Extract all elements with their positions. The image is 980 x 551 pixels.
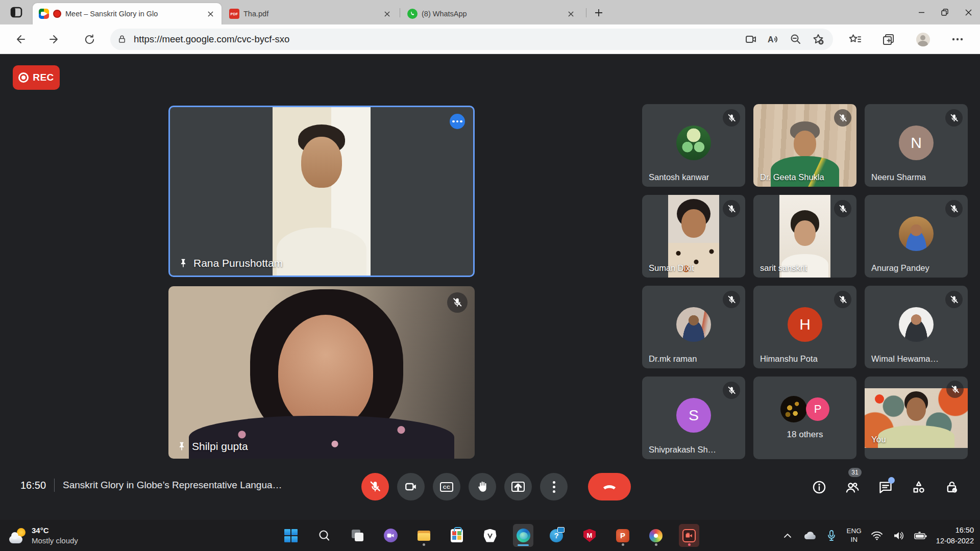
participant-grid: Santosh kanwar Dr. Geeta Shukla N Neeru … xyxy=(642,104,968,459)
tile-dr-mk-raman[interactable]: Dr.mk raman xyxy=(642,286,745,368)
video-feed xyxy=(273,107,371,276)
tab-title: Tha.pdf xyxy=(243,10,378,18)
close-tab-icon[interactable] xyxy=(382,9,392,19)
captions-button[interactable]: CC xyxy=(433,473,460,500)
raise-hand-button[interactable] xyxy=(469,473,496,500)
tray-chevron-icon[interactable] xyxy=(781,525,794,546)
onedrive-icon[interactable] xyxy=(803,525,816,546)
address-bar[interactable]: https://meet.google.com/cvc-bycf-sxo A xyxy=(110,29,833,50)
browser-toolbar: https://meet.google.com/cvc-bycf-sxo A xyxy=(0,24,980,54)
present-button[interactable] xyxy=(504,473,532,500)
back-button[interactable] xyxy=(11,31,29,47)
mic-toggle-button[interactable] xyxy=(361,473,389,500)
url-text[interactable]: https://meet.google.com/cvc-bycf-sxo xyxy=(134,34,736,45)
participants-button[interactable]: 31 xyxy=(845,480,860,494)
meeting-details-button[interactable] xyxy=(812,480,826,494)
tile-you[interactable]: You xyxy=(865,377,968,459)
whatsapp-favicon xyxy=(407,9,418,19)
battery-icon[interactable] xyxy=(914,525,927,546)
pdf-favicon: PDF xyxy=(229,9,239,19)
task-view-button[interactable] xyxy=(347,524,368,547)
photos-app-icon[interactable] xyxy=(646,524,666,547)
tile-shivprakash[interactable]: S Shivprakash Sh… xyxy=(642,377,745,459)
tile-others[interactable]: P 18 others xyxy=(753,377,856,459)
more-options-button[interactable] xyxy=(540,473,568,500)
chat-app-icon[interactable] xyxy=(380,524,401,547)
tab-title: (8) WhatsApp xyxy=(422,10,561,18)
microsoft-store-icon[interactable] xyxy=(447,524,467,547)
mic-off-icon xyxy=(834,109,851,127)
tile-sarit-sanskrit[interactable]: sarit sanskrit xyxy=(753,195,856,278)
favorites-icon[interactable] xyxy=(846,32,863,47)
svg-text:A: A xyxy=(768,35,774,44)
tile-neeru-sharma[interactable]: N Neeru Sharma xyxy=(865,104,968,187)
edge-browser-icon[interactable] xyxy=(513,524,533,547)
read-aloud-icon[interactable]: A xyxy=(766,32,781,47)
microphone-active-icon[interactable] xyxy=(825,525,838,546)
app-icon-white[interactable] xyxy=(480,524,500,547)
tile-geeta-shukla[interactable]: Dr. Geeta Shukla xyxy=(753,104,856,187)
tile-options-button[interactable] xyxy=(450,114,465,129)
start-button[interactable] xyxy=(281,524,301,547)
video-tile-rana[interactable]: Rana Purushottam xyxy=(168,106,475,277)
avatar xyxy=(899,307,934,342)
mic-off-icon xyxy=(447,292,468,313)
language-indicator[interactable]: ENG IN xyxy=(847,527,862,544)
tab-media-icon[interactable] xyxy=(743,32,758,47)
meeting-info: 16:50 Sanskrit Glory in Globe’s Represen… xyxy=(20,479,282,492)
add-favorite-icon[interactable] xyxy=(811,32,826,47)
lock-icon[interactable] xyxy=(117,34,127,44)
powerpoint-icon[interactable]: P xyxy=(612,524,633,547)
tab-meet[interactable]: Meet – Sanskrit Glory in Glo xyxy=(33,3,222,24)
video-editor-icon[interactable] xyxy=(679,524,699,547)
participant-count-badge: 31 xyxy=(848,468,862,477)
end-call-button[interactable] xyxy=(588,473,631,500)
mic-off-icon xyxy=(723,200,740,217)
video-tile-shilpi[interactable]: Shilpi gupta xyxy=(168,286,475,459)
new-tab-button[interactable] xyxy=(593,7,605,19)
tile-anurag-pandey[interactable]: Anurag Pandey xyxy=(865,195,968,278)
avatar xyxy=(676,126,711,160)
meeting-side-controls: 31 xyxy=(812,480,959,494)
browser-menu-icon[interactable] xyxy=(949,32,966,47)
minimize-button[interactable] xyxy=(910,0,933,24)
search-button[interactable] xyxy=(314,524,334,547)
restore-button[interactable] xyxy=(933,0,957,24)
tile-himanshu-pota[interactable]: H Himanshu Pota xyxy=(753,286,856,368)
wifi-icon[interactable] xyxy=(870,525,884,546)
collections-icon[interactable] xyxy=(880,32,897,47)
tab-actions-menu-button[interactable] xyxy=(8,5,24,20)
file-explorer-icon[interactable] xyxy=(413,524,434,547)
clock-date[interactable]: 16:50 12-08-2022 xyxy=(936,525,977,546)
pin-icon xyxy=(177,441,187,452)
help-app-icon[interactable]: ? xyxy=(546,524,567,547)
participant-label: Rana Purushottam xyxy=(178,257,283,269)
mcafee-icon[interactable]: M xyxy=(579,524,600,547)
weather-widget[interactable]: 34°C Mostly cloudy xyxy=(5,524,82,547)
zoom-out-icon[interactable] xyxy=(788,32,803,47)
activities-button[interactable] xyxy=(912,480,926,494)
avatar-initial: P xyxy=(806,397,829,421)
profile-avatar[interactable] xyxy=(915,32,931,47)
volume-icon[interactable] xyxy=(892,525,905,546)
close-tab-icon[interactable] xyxy=(566,9,576,19)
tile-wimal-hewama[interactable]: Wimal Hewama… xyxy=(865,286,968,368)
mic-off-icon xyxy=(834,200,851,217)
tile-santosh-kanwar[interactable]: Santosh kanwar xyxy=(642,104,745,187)
close-tab-icon[interactable] xyxy=(205,9,215,19)
taskbar-icons: ? M P xyxy=(281,524,699,547)
refresh-button[interactable] xyxy=(81,31,98,47)
tile-suman-dixit[interactable]: Suman Dixit xyxy=(642,195,745,278)
meet-favicon xyxy=(39,9,49,19)
browser-tab-strip: Meet – Sanskrit Glory in Glo PDF Tha.pdf… xyxy=(0,0,980,24)
tab-whatsapp[interactable]: (8) WhatsApp xyxy=(401,3,582,24)
host-controls-button[interactable] xyxy=(945,480,959,494)
chat-button[interactable] xyxy=(878,480,893,494)
close-window-button[interactable] xyxy=(957,0,980,24)
recording-badge: REC xyxy=(13,65,60,90)
record-icon xyxy=(18,72,29,83)
avatar-initial: N xyxy=(899,126,934,160)
tab-pdf[interactable]: PDF Tha.pdf xyxy=(223,3,398,24)
camera-toggle-button[interactable] xyxy=(397,473,425,500)
forward-button[interactable] xyxy=(46,31,63,47)
